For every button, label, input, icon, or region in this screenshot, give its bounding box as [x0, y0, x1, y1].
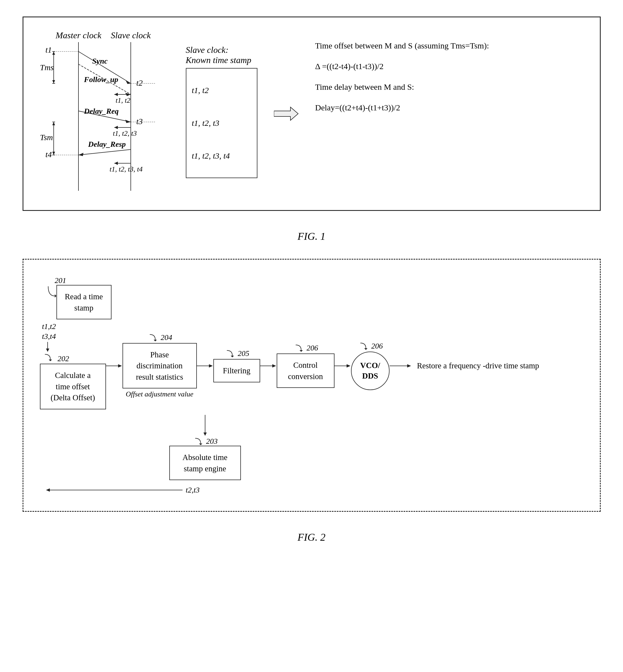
svg-text:Delay_Resp: Delay_Resp: [88, 140, 126, 148]
slave-item-1: t1, t2: [192, 86, 251, 95]
read-stamp-box: Read a time stamp: [56, 285, 112, 319]
arrow-calc-to-phase: [106, 363, 122, 369]
svg-marker-60: [347, 364, 351, 368]
svg-marker-51: [118, 364, 122, 368]
control-conv-box: Control conversion: [277, 353, 334, 388]
svg-text:Tms: Tms: [40, 63, 54, 72]
slave-box-subtitle: Known time stamp: [186, 55, 251, 65]
formula-delta: Δ =((t2-t4)-(t1-t3))/2: [315, 60, 586, 72]
down-arrow-1: [40, 342, 50, 352]
calc-offset-box: Calculate a time offset (Delta Offset): [40, 364, 106, 409]
label-204: 204: [161, 333, 172, 342]
slave-item-3: t1, t2, t3, t4: [192, 151, 251, 160]
vco-dds-box: VCO/ DDS: [351, 352, 390, 390]
label-201: 201: [55, 276, 66, 285]
svg-marker-9: [52, 52, 55, 55]
arrow-filter-to-control: [260, 363, 277, 369]
svg-marker-28: [52, 122, 55, 125]
fig2-diagram: 201 Read a time stamp t1,t2 t3,t4: [23, 259, 601, 512]
svg-marker-40: [79, 153, 83, 156]
svg-text:Delay_Req: Delay_Req: [84, 107, 119, 115]
arrow-vco-out: [390, 363, 412, 369]
formula-title: Time offset between M and S (assuming Tm…: [315, 39, 586, 52]
svg-marker-58: [299, 350, 303, 352]
label-206b: 206: [372, 342, 383, 350]
svg-marker-55: [231, 356, 234, 357]
svg-text:t1, t2, t3: t1, t2, t3: [113, 129, 137, 137]
formula-delay-title: Time delay between M and S:: [315, 81, 586, 93]
svg-text:Master clock: Master clock: [55, 30, 101, 40]
label-205: 205: [238, 349, 249, 358]
svg-marker-21: [114, 93, 118, 96]
svg-text:t3: t3: [136, 117, 143, 126]
right-arrow: [274, 45, 299, 182]
fig1-diagram: Master clock Slave clock t1 Tms: [23, 17, 601, 211]
svg-text:t1, t2: t1, t2: [116, 96, 130, 104]
phase-disc-box: Phase discrimination result statistics: [122, 343, 197, 389]
arrow-control-to-vco: [334, 363, 351, 369]
svg-marker-35: [114, 126, 118, 129]
svg-text:t2: t2: [136, 78, 143, 87]
svg-text:t1: t1: [46, 45, 52, 54]
t1t2t3t4-label: t1,t2: [40, 322, 56, 331]
svg-marker-43: [114, 162, 118, 165]
svg-text:Tsm: Tsm: [40, 133, 53, 142]
label-206a: 206: [307, 344, 318, 352]
svg-marker-65: [203, 433, 207, 436]
svg-marker-32: [125, 120, 131, 123]
svg-line-39: [79, 149, 131, 155]
t2t3-label: t2,t3: [186, 486, 200, 494]
fig1-caption: FIG. 1: [298, 230, 325, 242]
svg-marker-52: [154, 340, 157, 341]
fig2-caption: FIG. 2: [298, 531, 325, 543]
svg-marker-45: [274, 107, 298, 120]
svg-marker-10: [52, 80, 55, 83]
svg-text:Slave clock: Slave clock: [111, 30, 151, 40]
arrow-phase-to-filter: [197, 363, 213, 369]
svg-marker-61: [364, 348, 367, 350]
timing-diagram: Master clock Slave clock t1 Tms: [37, 28, 169, 199]
svg-marker-13: [126, 81, 131, 84]
svg-marker-68: [46, 488, 50, 492]
formula-block: Time offset between M and S (assuming Tm…: [315, 39, 586, 114]
svg-text:t4: t4: [46, 150, 52, 159]
svg-marker-48: [46, 349, 49, 352]
formula-delay: Delay=((t2+t4)-(t1+t3))/2: [315, 101, 586, 114]
svg-marker-49: [49, 359, 52, 361]
slave-known-timestamp-box: Slave clock: Known time stamp t1, t2 t1,…: [186, 45, 258, 178]
svg-marker-29: [52, 152, 55, 155]
svg-marker-66: [199, 443, 202, 445]
svg-marker-54: [209, 364, 213, 368]
offset-adj-label: Offset adjustment value: [126, 390, 194, 398]
svg-marker-63: [407, 364, 411, 368]
label-202: 202: [40, 353, 69, 363]
svg-text:Sync: Sync: [92, 57, 108, 65]
label-203: 203: [206, 437, 218, 446]
restore-text: Restore a frequency -drive time stamp: [417, 360, 539, 371]
svg-text:t1, t2, t3, t4: t1, t2, t3, t4: [110, 165, 143, 173]
filtering-box: Filtering: [213, 359, 260, 382]
t3t4-label: t3,t4: [40, 332, 56, 341]
slave-item-2: t1, t2, t3: [192, 118, 251, 128]
svg-marker-57: [272, 364, 276, 368]
slave-box-title: Slave clock:: [186, 45, 229, 55]
abs-stamp-box: Absolute time stamp engine: [169, 446, 241, 480]
svg-text:Follow_up: Follow_up: [84, 75, 118, 84]
